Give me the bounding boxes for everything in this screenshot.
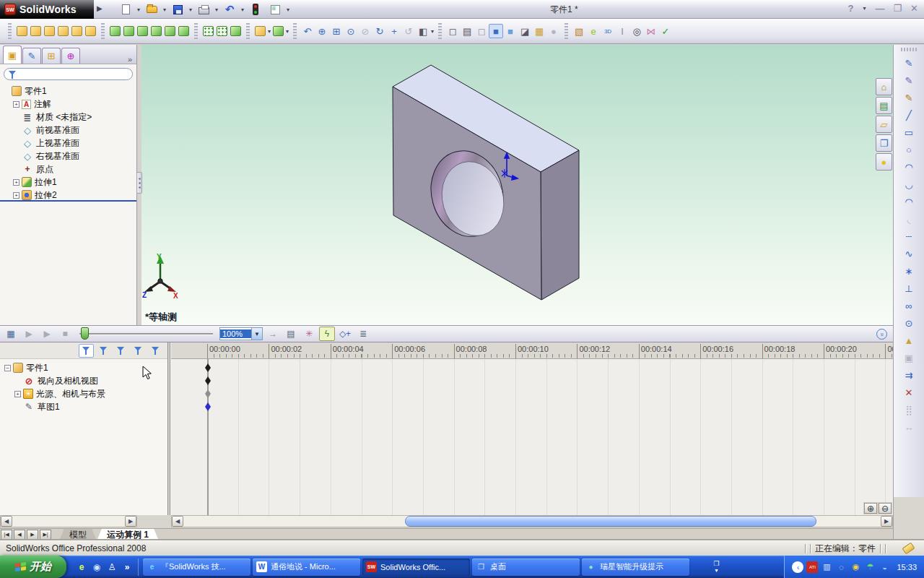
point-button[interactable]: ∗ — [902, 264, 916, 278]
quicklaunch-more-icon[interactable]: » — [121, 561, 133, 573]
play-button[interactable]: ▶ — [39, 327, 55, 341]
first-tab-button[interactable]: |◀ — [1, 530, 12, 540]
rectangle-button[interactable]: ▭ — [902, 125, 916, 139]
zoom-in-out-button[interactable]: ⊙ — [344, 24, 358, 38]
motion-splitter[interactable] — [167, 342, 170, 515]
rollback-bar[interactable] — [0, 200, 136, 202]
start-button[interactable]: 开始 — [0, 556, 66, 578]
minimize-button[interactable]: — — [875, 3, 884, 14]
tree-item-origin[interactable]: ++原点 — [0, 163, 136, 176]
timeline-slider[interactable] — [79, 327, 213, 340]
toolbar-grip[interactable] — [565, 23, 568, 39]
slider-thumb[interactable] — [81, 327, 89, 340]
filter-driving-button[interactable] — [113, 344, 128, 358]
tree-item-material[interactable]: +≣材质 <未指定> — [0, 111, 136, 124]
featuremanager-tab[interactable]: ▣ — [3, 46, 22, 64]
dropdown-arrow-icon[interactable]: ▾ — [215, 7, 218, 13]
hidden-lines-visible-button[interactable]: ▤ — [460, 24, 474, 38]
tree-item-extrude1[interactable]: +拉伸1 — [0, 176, 136, 189]
3d-content-central-button[interactable]: 3D — [601, 24, 615, 38]
playback-speed-select[interactable]: 100% ▼ — [219, 327, 263, 340]
curves-button-arrow-icon[interactable]: ▾ — [286, 28, 289, 35]
extruded-cut-button[interactable] — [71, 26, 82, 36]
qq-quicklaunch-icon[interactable]: ♙ — [106, 561, 118, 573]
expander-icon[interactable]: − — [4, 365, 11, 371]
apply-scene-button[interactable]: ● — [546, 24, 561, 38]
centerpoint-arc-button[interactable]: ◠ — [902, 160, 916, 174]
curves-button[interactable] — [273, 26, 284, 36]
offset-entities-button[interactable]: ⇉ — [902, 368, 916, 382]
centerline-button[interactable]: ┄ — [902, 229, 916, 243]
close-button[interactable]: ✕ — [910, 3, 918, 14]
tab-model[interactable]: 模型 — [59, 529, 97, 541]
scrollbar-thumb[interactable] — [405, 516, 816, 527]
task-desktop[interactable]: ❐桌面 — [472, 558, 580, 576]
menu-expand-arrow-icon[interactable]: ▶ — [97, 4, 103, 12]
timeline-horizontal-scrollbar[interactable]: ◀ ▶ — [171, 515, 893, 527]
previous-tab-button[interactable]: ◀ — [14, 530, 25, 540]
three-point-arc-button[interactable]: ◠ — [902, 194, 916, 209]
tree-item-right-plane[interactable]: +◇右视基准面 — [0, 150, 136, 163]
linear-sketch-pattern-button[interactable]: ⣿ — [902, 402, 916, 417]
next-tab-button[interactable]: ▶ — [27, 530, 38, 540]
calculate-button[interactable]: ▦ — [3, 327, 19, 341]
playback-mode-button[interactable]: → — [265, 327, 281, 341]
dimxpert-tab[interactable]: ⊕ — [61, 48, 80, 64]
publish-edrawings-button[interactable]: e — [586, 24, 601, 38]
tag-icon[interactable] — [902, 543, 915, 555]
section-view-button-arrow-icon[interactable]: ▾ — [431, 28, 434, 35]
expander-icon[interactable]: + — [13, 179, 19, 186]
realview-button[interactable]: ▦ — [532, 24, 546, 38]
open-button[interactable] — [143, 1, 160, 17]
hidden-lines-removed-button[interactable]: ◻ — [474, 24, 489, 38]
key-point[interactable] — [205, 402, 211, 411]
last-tab-button[interactable]: ▶| — [40, 530, 51, 540]
chamfer-button[interactable] — [151, 26, 162, 36]
propertymanager-tab[interactable]: ✎ — [22, 48, 41, 64]
timeline-zoom-in-button[interactable]: ⊕ — [864, 503, 877, 514]
shaded-with-edges-button[interactable]: ■ — [489, 24, 503, 38]
task-solidworks[interactable]: SWSolidWorks Offic... — [362, 558, 470, 576]
task-ie-solidworks[interactable]: e『SolidWorks 技... — [143, 558, 250, 576]
collapse-motionmanager-button[interactable]: » — [876, 329, 887, 340]
help-button[interactable]: ? — [847, 3, 853, 14]
toolbar-grip[interactable] — [293, 23, 297, 39]
save-button[interactable] — [169, 1, 186, 17]
motion-item-orientation-camera-views[interactable]: +⊘视向及相机视图 — [1, 374, 105, 387]
restore-button[interactable]: ❐ — [893, 3, 902, 14]
tangent-arc-button[interactable]: ◡ — [902, 177, 916, 191]
mirror-entities-button[interactable]: ⊙ — [902, 316, 916, 330]
animation-wizard-button[interactable]: ✳ — [301, 327, 317, 341]
autokey-button[interactable]: ϟ — [319, 327, 335, 341]
timeline-ruler[interactable]: 00:00:0000:00:0200:00:0400:00:0600:00:08… — [171, 342, 893, 359]
lofted-cut-button[interactable] — [123, 26, 134, 36]
add-key-button[interactable]: ◇+ — [337, 327, 353, 341]
revolved-cut-button[interactable] — [85, 26, 96, 36]
reference-geometry-button-arrow-icon[interactable]: ▾ — [268, 28, 271, 35]
zoom-to-fit-button[interactable]: ⊕ — [315, 24, 329, 38]
sketch-text-button[interactable]: ▲ — [902, 333, 916, 348]
photoworks-render-button[interactable]: ▧ — [572, 24, 586, 38]
timeline-canvas[interactable] — [171, 359, 893, 515]
magnifier-tray-icon[interactable]: ◌ — [835, 561, 847, 573]
help-dropdown-icon[interactable]: ▾ — [863, 5, 866, 12]
capture-quicklaunch-icon[interactable]: ◉ — [91, 561, 103, 573]
dropdown-arrow-icon[interactable]: ▾ — [137, 7, 140, 13]
filter-all-button[interactable] — [79, 344, 94, 358]
timeline-zoom-out-button[interactable]: ⊖ — [879, 503, 892, 514]
shaded-button[interactable]: ■ — [503, 24, 518, 38]
filter-animated-button[interactable] — [96, 344, 111, 358]
display-relations-button[interactable]: ∞ — [902, 298, 916, 313]
graphics-viewport[interactable]: Y Z X *等轴测 — [141, 45, 893, 325]
move-entities-button[interactable]: ↔ — [902, 420, 916, 434]
circular-pattern-button[interactable] — [217, 26, 227, 36]
dropdown-arrow-icon[interactable]: ▾ — [287, 7, 289, 13]
sketch-fillet-button[interactable]: ◟ — [902, 212, 916, 226]
tree-item-top-plane[interactable]: +◇上视基准面 — [0, 137, 136, 150]
expander-icon[interactable]: + — [13, 101, 19, 108]
expander-icon[interactable]: + — [14, 391, 21, 397]
design-checker-button[interactable]: ◎ — [629, 24, 644, 38]
key-point[interactable] — [205, 376, 211, 385]
spline-button[interactable]: ∿ — [902, 246, 916, 261]
toolbar-grip[interactable] — [194, 23, 198, 39]
